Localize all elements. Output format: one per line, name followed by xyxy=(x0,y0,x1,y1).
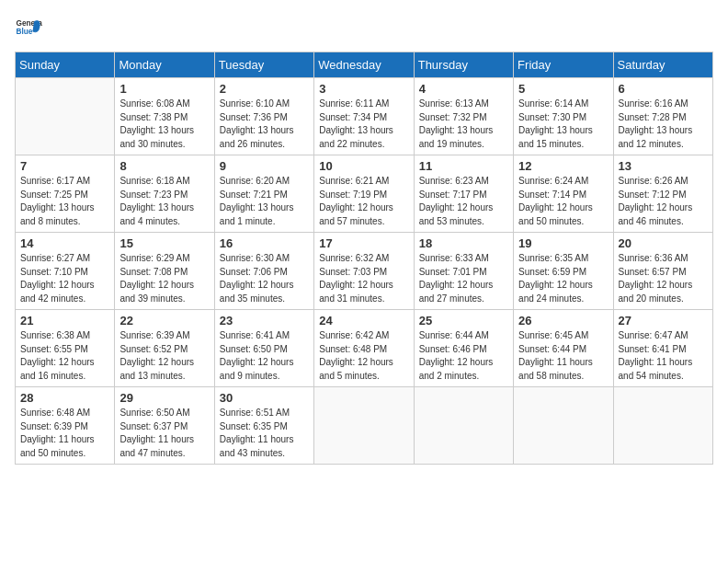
calendar-cell: 16Sunrise: 6:30 AMSunset: 7:06 PMDayligh… xyxy=(214,233,313,310)
day-info: Sunrise: 6:16 AMSunset: 7:28 PMDaylight:… xyxy=(619,98,708,151)
day-info: Sunrise: 6:44 AMSunset: 6:46 PMDaylight:… xyxy=(419,329,508,383)
day-info: Sunrise: 6:50 AMSunset: 6:37 PMDaylight:… xyxy=(119,407,209,460)
day-number: 21 xyxy=(20,314,109,327)
day-number: 29 xyxy=(119,391,209,405)
day-info: Sunrise: 6:41 AMSunset: 6:50 PMDaylight:… xyxy=(220,329,309,383)
calendar-header-saturday: Saturday xyxy=(613,52,712,78)
day-number: 8 xyxy=(119,159,209,173)
day-number: 4 xyxy=(419,82,508,96)
day-info: Sunrise: 6:10 AMSunset: 7:36 PMDaylight:… xyxy=(220,98,309,151)
day-info: Sunrise: 6:27 AMSunset: 7:10 PMDaylight:… xyxy=(20,252,109,305)
day-info: Sunrise: 6:14 AMSunset: 7:30 PMDaylight:… xyxy=(518,98,608,151)
calendar-cell: 20Sunrise: 6:36 AMSunset: 6:57 PMDayligh… xyxy=(613,233,712,310)
calendar-cell: 19Sunrise: 6:35 AMSunset: 6:59 PMDayligh… xyxy=(514,233,613,310)
day-number: 30 xyxy=(220,391,309,405)
day-info: Sunrise: 6:18 AMSunset: 7:23 PMDaylight:… xyxy=(119,175,209,228)
day-info: Sunrise: 6:42 AMSunset: 6:48 PMDaylight:… xyxy=(319,329,408,383)
day-info: Sunrise: 6:32 AMSunset: 7:03 PMDaylight:… xyxy=(319,252,408,305)
calendar-cell: 23Sunrise: 6:41 AMSunset: 6:50 PMDayligh… xyxy=(214,310,313,387)
day-number: 23 xyxy=(220,314,309,327)
day-info: Sunrise: 6:13 AMSunset: 7:32 PMDaylight:… xyxy=(419,98,508,151)
day-number: 16 xyxy=(220,236,309,250)
calendar-cell: 3Sunrise: 6:11 AMSunset: 7:34 PMDaylight… xyxy=(314,78,414,155)
calendar-cell: 18Sunrise: 6:33 AMSunset: 7:01 PMDayligh… xyxy=(414,233,513,310)
calendar-cell: 4Sunrise: 6:13 AMSunset: 7:32 PMDaylight… xyxy=(414,78,513,155)
calendar-cell: 6Sunrise: 6:16 AMSunset: 7:28 PMDaylight… xyxy=(613,78,712,155)
day-info: Sunrise: 6:11 AMSunset: 7:34 PMDaylight:… xyxy=(319,98,408,151)
day-number: 27 xyxy=(619,314,708,327)
day-number: 25 xyxy=(419,314,508,327)
calendar-week-row: 28Sunrise: 6:48 AMSunset: 6:39 PMDayligh… xyxy=(16,387,713,465)
day-info: Sunrise: 6:20 AMSunset: 7:21 PMDaylight:… xyxy=(220,175,309,228)
day-info: Sunrise: 6:39 AMSunset: 6:52 PMDaylight:… xyxy=(119,329,209,383)
day-number: 20 xyxy=(619,236,708,250)
day-number: 1 xyxy=(119,82,209,96)
calendar-cell: 8Sunrise: 6:18 AMSunset: 7:23 PMDaylight… xyxy=(115,155,214,233)
calendar-week-row: 7Sunrise: 6:17 AMSunset: 7:25 PMDaylight… xyxy=(16,155,713,233)
calendar-cell: 13Sunrise: 6:26 AMSunset: 7:12 PMDayligh… xyxy=(613,155,712,233)
day-number: 24 xyxy=(319,314,408,327)
calendar-cell: 12Sunrise: 6:24 AMSunset: 7:14 PMDayligh… xyxy=(514,155,613,233)
calendar-cell: 17Sunrise: 6:32 AMSunset: 7:03 PMDayligh… xyxy=(314,233,414,310)
calendar-cell xyxy=(613,387,712,465)
day-number: 26 xyxy=(518,314,608,327)
day-info: Sunrise: 6:17 AMSunset: 7:25 PMDaylight:… xyxy=(20,175,109,228)
calendar-cell xyxy=(414,387,513,465)
day-number: 14 xyxy=(20,236,109,250)
calendar-week-row: 1Sunrise: 6:08 AMSunset: 7:38 PMDaylight… xyxy=(16,78,713,155)
calendar-header-thursday: Thursday xyxy=(414,52,513,78)
day-number: 10 xyxy=(319,159,408,173)
day-info: Sunrise: 6:24 AMSunset: 7:14 PMDaylight:… xyxy=(518,175,608,228)
day-number: 13 xyxy=(619,159,708,173)
calendar-cell: 29Sunrise: 6:50 AMSunset: 6:37 PMDayligh… xyxy=(115,387,214,465)
calendar-table: SundayMondayTuesdayWednesdayThursdayFrid… xyxy=(15,52,713,465)
logo-icon: General Blue xyxy=(15,15,42,42)
calendar-cell: 7Sunrise: 6:17 AMSunset: 7:25 PMDaylight… xyxy=(16,155,115,233)
day-info: Sunrise: 6:47 AMSunset: 6:41 PMDaylight:… xyxy=(619,329,708,383)
calendar-week-row: 21Sunrise: 6:38 AMSunset: 6:55 PMDayligh… xyxy=(16,310,713,387)
day-info: Sunrise: 6:21 AMSunset: 7:19 PMDaylight:… xyxy=(319,175,408,228)
calendar-cell xyxy=(16,78,115,155)
day-info: Sunrise: 6:38 AMSunset: 6:55 PMDaylight:… xyxy=(20,329,109,383)
calendar-cell xyxy=(514,387,613,465)
day-number: 9 xyxy=(220,159,309,173)
day-number: 12 xyxy=(518,159,608,173)
day-number: 2 xyxy=(220,82,309,96)
calendar-cell: 22Sunrise: 6:39 AMSunset: 6:52 PMDayligh… xyxy=(115,310,214,387)
calendar-header-row: SundayMondayTuesdayWednesdayThursdayFrid… xyxy=(16,52,713,78)
day-number: 18 xyxy=(419,236,508,250)
day-info: Sunrise: 6:45 AMSunset: 6:44 PMDaylight:… xyxy=(518,329,608,383)
calendar-cell: 11Sunrise: 6:23 AMSunset: 7:17 PMDayligh… xyxy=(414,155,513,233)
calendar-header-friday: Friday xyxy=(514,52,613,78)
day-number: 28 xyxy=(20,391,109,405)
calendar-cell: 5Sunrise: 6:14 AMSunset: 7:30 PMDaylight… xyxy=(514,78,613,155)
day-number: 5 xyxy=(518,82,608,96)
day-number: 22 xyxy=(119,314,209,327)
day-info: Sunrise: 6:08 AMSunset: 7:38 PMDaylight:… xyxy=(119,98,209,151)
day-info: Sunrise: 6:48 AMSunset: 6:39 PMDaylight:… xyxy=(20,407,109,460)
day-info: Sunrise: 6:35 AMSunset: 6:59 PMDaylight:… xyxy=(518,252,608,305)
day-number: 11 xyxy=(419,159,508,173)
calendar-cell: 21Sunrise: 6:38 AMSunset: 6:55 PMDayligh… xyxy=(16,310,115,387)
calendar-cell: 2Sunrise: 6:10 AMSunset: 7:36 PMDaylight… xyxy=(214,78,313,155)
calendar-header-tuesday: Tuesday xyxy=(214,52,313,78)
day-number: 19 xyxy=(518,236,608,250)
day-info: Sunrise: 6:26 AMSunset: 7:12 PMDaylight:… xyxy=(619,175,708,228)
calendar-cell: 25Sunrise: 6:44 AMSunset: 6:46 PMDayligh… xyxy=(414,310,513,387)
day-info: Sunrise: 6:30 AMSunset: 7:06 PMDaylight:… xyxy=(220,252,309,305)
calendar-cell: 26Sunrise: 6:45 AMSunset: 6:44 PMDayligh… xyxy=(514,310,613,387)
day-info: Sunrise: 6:36 AMSunset: 6:57 PMDaylight:… xyxy=(619,252,708,305)
day-number: 3 xyxy=(319,82,408,96)
calendar-week-row: 14Sunrise: 6:27 AMSunset: 7:10 PMDayligh… xyxy=(16,233,713,310)
day-info: Sunrise: 6:33 AMSunset: 7:01 PMDaylight:… xyxy=(419,252,508,305)
calendar-cell: 15Sunrise: 6:29 AMSunset: 7:08 PMDayligh… xyxy=(115,233,214,310)
day-number: 6 xyxy=(619,82,708,96)
calendar-cell: 10Sunrise: 6:21 AMSunset: 7:19 PMDayligh… xyxy=(314,155,414,233)
day-number: 17 xyxy=(319,236,408,250)
calendar-header-sunday: Sunday xyxy=(16,52,115,78)
day-info: Sunrise: 6:23 AMSunset: 7:17 PMDaylight:… xyxy=(419,175,508,228)
svg-text:Blue: Blue xyxy=(17,28,33,36)
day-number: 15 xyxy=(119,236,209,250)
calendar-header-monday: Monday xyxy=(115,52,214,78)
logo: General Blue xyxy=(15,15,42,42)
